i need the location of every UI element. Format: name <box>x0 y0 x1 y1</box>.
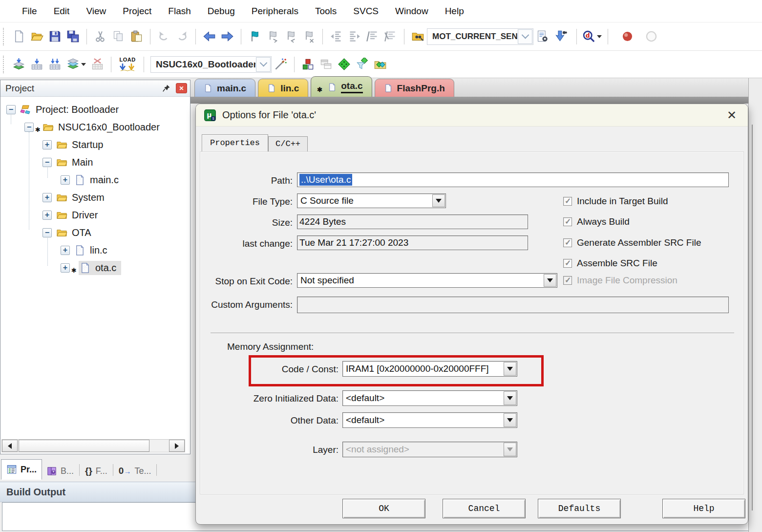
menu-window[interactable]: Window <box>387 6 437 17</box>
chevron-down-icon[interactable] <box>518 29 532 44</box>
pack-installer-button[interactable] <box>371 55 389 74</box>
translate-button[interactable] <box>10 55 28 74</box>
tree-item-nsuc16x0-bootloader[interactable]: − NSUC16x0_Bootloader <box>0 118 190 136</box>
menu-svcs[interactable]: SVCS <box>345 6 387 17</box>
chevron-down-icon[interactable] <box>597 35 602 38</box>
menu-view[interactable]: View <box>78 6 114 17</box>
expand-icon[interactable]: + <box>42 193 52 202</box>
manage-run-time-environment-button[interactable] <box>335 55 353 74</box>
tree-item-main[interactable]: − Main <box>0 153 190 171</box>
checkbox-icon[interactable] <box>563 217 572 226</box>
undo-button[interactable] <box>155 27 173 46</box>
defaults-button[interactable]: Defaults <box>538 499 621 518</box>
dropdown-arrow-icon[interactable] <box>504 413 516 427</box>
dropdown-arrow-icon[interactable] <box>432 194 445 207</box>
collapse-icon[interactable]: − <box>6 105 16 114</box>
copy-button[interactable] <box>109 27 127 46</box>
tree-item-startup[interactable]: + Startup <box>0 136 190 153</box>
view-tab-functions[interactable]: {} F... <box>81 462 112 480</box>
save-all-button[interactable] <box>64 27 82 46</box>
incremental-find-button[interactable] <box>551 27 570 46</box>
options-for-target-button[interactable] <box>272 55 290 74</box>
editor-tab-ota-c[interactable]: ota.c <box>311 76 372 97</box>
debug-session-button[interactable] <box>581 27 603 46</box>
next-bookmark-button[interactable] <box>264 27 282 46</box>
target-select-combo[interactable]: NSUC16x0_Bootloader <box>150 56 272 73</box>
redo-button[interactable] <box>173 27 191 46</box>
clear-bookmarks-button[interactable] <box>300 27 318 46</box>
ok-button[interactable]: OK <box>342 499 425 518</box>
tab-c-cpp[interactable]: C/C++ <box>268 136 308 151</box>
menu-peripherals[interactable]: Peripherals <box>243 6 307 17</box>
dropdown-arrow-icon[interactable] <box>504 391 516 405</box>
menu-help[interactable]: Help <box>437 6 472 17</box>
manage-multi-project-button[interactable] <box>317 55 335 74</box>
tree-item-project-bootloader[interactable]: − Project: Bootloader <box>0 101 190 118</box>
insert-breakpoint-button[interactable] <box>618 27 636 46</box>
rebuild-button[interactable] <box>46 55 64 74</box>
comment-button[interactable] <box>363 27 381 46</box>
checkbox-include-in-target-build[interactable]: Include in Target Build <box>563 196 668 207</box>
toggle-bookmark-button[interactable] <box>246 27 264 46</box>
unindent-button[interactable] <box>327 27 345 46</box>
expand-icon[interactable]: + <box>61 246 70 255</box>
disable-breakpoint-button[interactable] <box>642 27 660 46</box>
custom-arguments-field[interactable] <box>297 297 729 313</box>
find-in-files-button[interactable] <box>409 27 427 46</box>
other-data-dropdown[interactable]: <default> <box>342 412 517 428</box>
cancel-button[interactable]: Cancel <box>443 499 526 518</box>
tree-item-ota[interactable]: − OTA <box>0 224 190 241</box>
tree-item-system[interactable]: + System <box>0 189 190 206</box>
menu-file[interactable]: File <box>14 6 45 17</box>
save-button[interactable] <box>46 27 64 46</box>
code-const-dropdown[interactable]: IRAM1 [0x20000000-0x20000FFF] <box>342 361 517 377</box>
expand-icon[interactable]: + <box>42 140 52 149</box>
checkbox-generate-assembler-src[interactable]: Generate Assembler SRC File <box>563 237 701 248</box>
editor-tab-flashprg-h[interactable]: FlashPrg.h <box>375 79 454 97</box>
path-field[interactable]: ..\User\ota.c <box>297 172 729 187</box>
build-button[interactable] <box>28 55 46 74</box>
checkbox-always-build[interactable]: Always Build <box>563 216 630 227</box>
tab-properties[interactable]: Properties <box>202 134 268 151</box>
dialog-title-bar[interactable]: Options for File 'ota.c' <box>196 104 748 127</box>
scroll-right-button[interactable] <box>169 440 185 452</box>
zero-initialized-data-dropdown[interactable]: <default> <box>342 390 517 406</box>
expand-icon[interactable]: + <box>61 175 70 185</box>
tree-item-lin-c[interactable]: + lin.c <box>0 241 190 259</box>
scrollbar-thumb[interactable] <box>19 440 149 452</box>
editor-tab-lin-c[interactable]: lin.c <box>258 79 308 97</box>
batch-build-button[interactable] <box>64 55 88 74</box>
menu-project[interactable]: Project <box>114 6 160 17</box>
navigate-forward-button[interactable] <box>218 27 236 46</box>
selected-tree-item[interactable]: ota.c <box>79 261 121 275</box>
collapse-icon[interactable]: − <box>24 123 34 132</box>
stop-on-exit-dropdown[interactable]: Not specified <box>297 273 557 288</box>
file-properties-button[interactable] <box>533 27 551 46</box>
menu-tools[interactable]: Tools <box>307 6 345 17</box>
collapse-icon[interactable]: − <box>42 158 52 167</box>
menu-debug[interactable]: Debug <box>199 6 243 17</box>
uncomment-button[interactable] <box>381 27 400 46</box>
dropdown-arrow-icon[interactable] <box>544 274 556 287</box>
help-button[interactable]: Help <box>662 499 745 518</box>
menu-edit[interactable]: Edit <box>45 6 78 17</box>
tree-item-ota-c[interactable]: + ota.c <box>0 259 190 277</box>
expand-icon[interactable]: + <box>61 263 70 273</box>
new-file-button[interactable] <box>10 27 28 46</box>
scrollbar-track[interactable] <box>18 440 169 452</box>
tree-item-driver[interactable]: + Driver <box>0 206 190 224</box>
tree-item-main-c[interactable]: + main.c <box>0 171 190 189</box>
close-panel-button[interactable] <box>176 83 187 93</box>
menu-flash[interactable]: Flash <box>160 6 199 17</box>
editor-tab-main-c[interactable]: main.c <box>194 79 255 97</box>
checkbox-icon[interactable] <box>563 197 572 206</box>
toolbar-gripper[interactable] <box>3 56 6 73</box>
horizontal-scrollbar[interactable] <box>1 439 185 452</box>
checkbox-icon[interactable] <box>563 259 572 268</box>
view-tab-project[interactable]: Pr... <box>1 459 42 480</box>
indent-button[interactable] <box>345 27 363 46</box>
search-scope-combo[interactable]: MOT_CURRENT_SENSE_L <box>427 28 533 45</box>
expand-icon[interactable]: + <box>42 211 52 220</box>
collapse-icon[interactable]: − <box>42 228 52 237</box>
view-tab-books[interactable]: B... <box>42 462 78 480</box>
